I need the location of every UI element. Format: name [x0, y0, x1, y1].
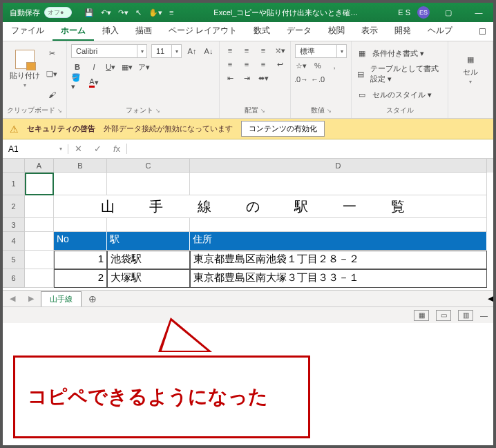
col-header-A[interactable]: A	[25, 159, 54, 173]
bold-button[interactable]: B	[71, 61, 84, 73]
conditional-formatting-button[interactable]: ▦条件付き書式 ▾	[356, 47, 443, 59]
add-sheet-icon[interactable]: ⊕	[82, 293, 104, 304]
autosave-toggle[interactable]: 自動保存 オフ●	[3, 7, 79, 18]
table-row[interactable]: 東京都豊島区南大塚３丁目３３－１	[190, 269, 487, 288]
cell-D1[interactable]	[190, 173, 487, 195]
wrap-text-icon[interactable]: ↩	[274, 58, 286, 70]
tab-review[interactable]: 校閲	[320, 21, 353, 41]
merge-icon[interactable]: ⬌▾	[257, 72, 269, 84]
border-icon[interactable]: ▦▾	[121, 61, 133, 73]
tab-insert[interactable]: 挿入	[94, 21, 127, 41]
dialog-launcher-icon[interactable]: ↘	[327, 108, 332, 114]
align-center-icon[interactable]: ≡	[240, 58, 253, 70]
cell-B1[interactable]	[54, 173, 107, 195]
align-right-icon[interactable]: ≡	[257, 58, 269, 70]
table-row[interactable]: 池袋駅	[107, 251, 190, 269]
cut-icon[interactable]: ✂	[46, 48, 58, 60]
format-as-table-button[interactable]: ▤テーブルとして書式設定 ▾	[356, 64, 443, 84]
sheet-tab[interactable]: 山手線	[41, 291, 82, 306]
table-row[interactable]: 東京都豊島区南池袋１丁目２８－２	[190, 251, 487, 269]
col-header-C[interactable]: C	[107, 159, 190, 173]
th-address[interactable]: 住所	[190, 232, 487, 251]
cells-button[interactable]: ▦ セル▾	[452, 44, 488, 94]
phonetic-icon[interactable]: ア▾	[137, 61, 150, 73]
touch-icon[interactable]: ✋▾	[149, 8, 162, 17]
cursor-icon[interactable]: ↖	[135, 8, 142, 17]
zoom-out-icon[interactable]: —	[480, 311, 488, 320]
ribbon-display-icon[interactable]: ▢	[437, 3, 460, 22]
th-station[interactable]: 駅	[107, 232, 190, 251]
cell-A2[interactable]	[25, 195, 54, 218]
align-middle-icon[interactable]: ≡	[240, 44, 253, 57]
cell-C1[interactable]	[107, 173, 190, 195]
share-button[interactable]: ☐	[470, 23, 493, 41]
paste-button[interactable]: 貼り付け ▾	[7, 44, 43, 94]
minimize-icon[interactable]: —	[467, 3, 490, 22]
normal-view-icon[interactable]: ▦	[414, 310, 429, 321]
row-header-2[interactable]: 2	[3, 195, 25, 218]
tab-file[interactable]: ファイル	[3, 21, 53, 41]
avatar[interactable]: ES	[417, 6, 430, 19]
increase-indent-icon[interactable]: ⇥	[240, 72, 253, 84]
align-top-icon[interactable]: ≡	[224, 44, 236, 57]
qat-dropdown-icon[interactable]: ≡	[169, 8, 173, 17]
table-row[interactable]: 1	[54, 251, 107, 269]
row-header-1[interactable]: 1	[3, 173, 25, 195]
undo-icon[interactable]: ↶▾	[101, 8, 111, 17]
tab-draw[interactable]: 描画	[127, 21, 160, 41]
enter-icon[interactable]: ✓	[88, 144, 107, 154]
font-color-icon[interactable]: A▾	[88, 76, 100, 88]
page-layout-view-icon[interactable]: ▭	[436, 310, 451, 321]
orientation-icon[interactable]: ⤭▾	[274, 44, 286, 57]
col-header-B[interactable]: B	[54, 159, 107, 173]
spreadsheet-grid[interactable]: A B C D 1 2 山手線の駅一覧 3 4 No 駅 住所 5	[3, 159, 493, 290]
table-row[interactable]: 大塚駅	[107, 269, 190, 288]
italic-button[interactable]: I	[88, 61, 100, 73]
cell-A1[interactable]	[25, 173, 54, 195]
select-all-box[interactable]	[3, 159, 25, 173]
row-header-5[interactable]: 5	[3, 251, 25, 269]
cell-title[interactable]: 山手線の駅一覧	[54, 195, 487, 218]
tab-help[interactable]: ヘルプ	[419, 21, 461, 41]
increase-font-icon[interactable]: A↑	[186, 45, 198, 57]
th-no[interactable]: No	[54, 232, 107, 251]
tab-data[interactable]: データ	[278, 21, 320, 41]
tab-home[interactable]: ホーム	[53, 21, 94, 41]
row-header-3[interactable]: 3	[3, 218, 25, 232]
comma-icon[interactable]: ,	[328, 59, 341, 72]
tab-formulas[interactable]: 数式	[245, 21, 278, 41]
tab-nav-prev-icon[interactable]: ◀	[10, 294, 15, 303]
tab-developer[interactable]: 開発	[386, 21, 419, 41]
font-size-combo[interactable]: 11▾	[151, 44, 182, 58]
fill-color-icon[interactable]: 🪣▾	[71, 76, 84, 88]
dialog-launcher-icon[interactable]: ↘	[260, 108, 265, 114]
enable-content-button[interactable]: コンテンツの有効化	[241, 121, 325, 137]
decrease-decimal-icon[interactable]: ←.0	[312, 73, 324, 86]
dialog-launcher-icon[interactable]: ↘	[57, 108, 62, 114]
format-painter-icon[interactable]: 🖌	[46, 88, 58, 101]
tab-nav-next-icon[interactable]: ▶	[28, 294, 34, 303]
number-format-combo[interactable]: 標準▾	[295, 44, 347, 58]
redo-icon[interactable]: ↷▾	[118, 8, 128, 17]
page-break-view-icon[interactable]: ▥	[458, 310, 473, 321]
row-header-4[interactable]: 4	[3, 232, 25, 251]
decrease-font-icon[interactable]: A↓	[202, 45, 215, 57]
font-name-combo[interactable]: Calibri▾	[71, 44, 147, 58]
fx-icon[interactable]: fx	[107, 144, 126, 154]
copy-icon[interactable]: ❏▾	[46, 68, 58, 80]
row-header-6[interactable]: 6	[3, 269, 25, 288]
underline-button[interactable]: U▾	[104, 61, 117, 73]
col-header-D[interactable]: D	[190, 159, 487, 173]
dialog-launcher-icon[interactable]: ↘	[155, 108, 160, 114]
align-bottom-icon[interactable]: ≡	[257, 44, 269, 57]
align-left-icon[interactable]: ≡	[224, 58, 236, 70]
toggle-off-icon[interactable]: オフ●	[44, 7, 72, 18]
name-box[interactable]: A1▾	[3, 144, 68, 154]
percent-icon[interactable]: %	[312, 59, 324, 72]
hscroll-left-icon[interactable]: ◀	[488, 294, 493, 303]
cancel-icon[interactable]: ✕	[68, 144, 88, 154]
cell-styles-button[interactable]: ▭セルのスタイル ▾	[356, 88, 443, 101]
tab-view[interactable]: 表示	[353, 21, 386, 41]
currency-icon[interactable]: ☆▾	[295, 59, 307, 72]
tab-layout[interactable]: ページ レイアウト	[160, 21, 245, 41]
